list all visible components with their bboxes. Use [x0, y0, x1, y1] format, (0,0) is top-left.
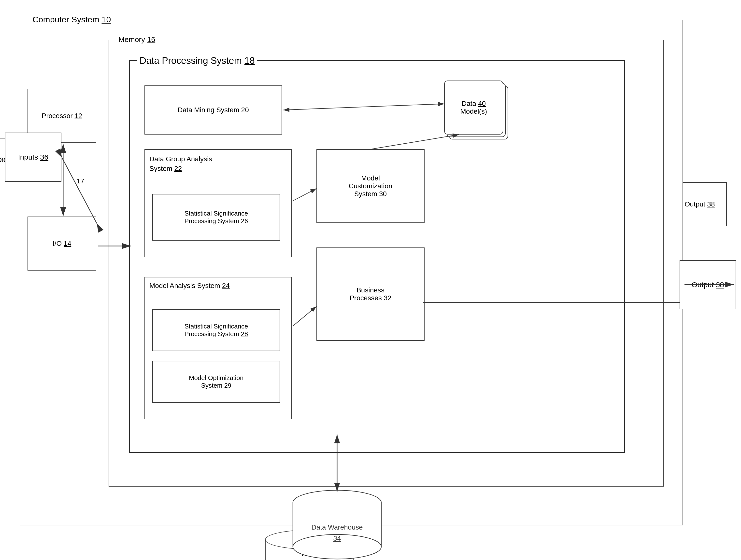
page-root: Computer System 10 Memory 16 Data Proces… [0, 0, 741, 560]
svg-text:34: 34 [333, 535, 341, 542]
svg-text:Data Warehouse: Data Warehouse [311, 524, 363, 531]
io-inner: I/O 14 [27, 217, 96, 270]
dms-inner: Data Mining System 20 [144, 85, 282, 135]
dps-outer: Data Processing System 18 Data Mining Sy… [129, 60, 625, 453]
computer-system-outer: Computer System 10 Memory 16 Data Proces… [20, 20, 683, 526]
ssps28-text: Statistical SignificanceProcessing Syste… [185, 323, 248, 338]
ssps26-text: Statistical SignificanceProcessing Syste… [185, 210, 248, 225]
svg-line-27 [283, 104, 444, 110]
svg-line-30 [293, 306, 317, 326]
memory-outer: Memory 16 Data Processing System 18 Data… [109, 40, 664, 487]
output-text: Output 38 [692, 281, 724, 289]
dgas-inner: Data Group AnalysisSystem 22 Statistical… [144, 149, 292, 257]
dw-outer: Data Warehouse 34 [290, 489, 384, 560]
mos-inner: Model OptimizationSystem 29 [152, 361, 280, 403]
ssps28-inner: Statistical SignificanceProcessing Syste… [152, 309, 280, 351]
svg-line-29 [293, 188, 317, 201]
io-text: I/O 14 [53, 240, 71, 247]
mcs-inner: ModelCustomizationSystem 30 [317, 149, 424, 223]
mcs-text: ModelCustomizationSystem 30 [349, 174, 392, 198]
dms-text: Data Mining System 20 [178, 106, 249, 114]
inputs-outer: Inputs 36 [5, 133, 61, 182]
output-outer: Output 38 [680, 260, 736, 309]
mas-inner: Model Analysis System 24 Statistical Sig… [144, 277, 292, 419]
mas-text: Model Analysis System 24 [149, 282, 230, 290]
bp-inner: BusinessProcesses 32 [317, 247, 424, 341]
data-model-text: Data 40Model(s) [460, 100, 487, 115]
bp-text: BusinessProcesses 32 [350, 286, 391, 302]
ssps26-inner: Statistical SignificanceProcessing Syste… [152, 194, 280, 241]
label-17-inner: 17 [77, 177, 84, 185]
dgas-text: Data Group AnalysisSystem 22 [149, 154, 212, 173]
inputs-text: Inputs 36 [18, 153, 48, 161]
data-model-front: Data 40Model(s) [444, 81, 503, 135]
mos-text: Model OptimizationSystem 29 [189, 374, 244, 389]
processor-text: Processor 12 [42, 112, 82, 120]
memory-title: Memory 16 [117, 35, 157, 44]
computer-system-title: Computer System 10 [30, 15, 113, 24]
data-model-stack-inner: Data 40Model(s) [444, 81, 513, 154]
dps-title: Data Processing System 18 [137, 56, 257, 66]
dw-svg: Data Warehouse 34 [290, 489, 384, 560]
